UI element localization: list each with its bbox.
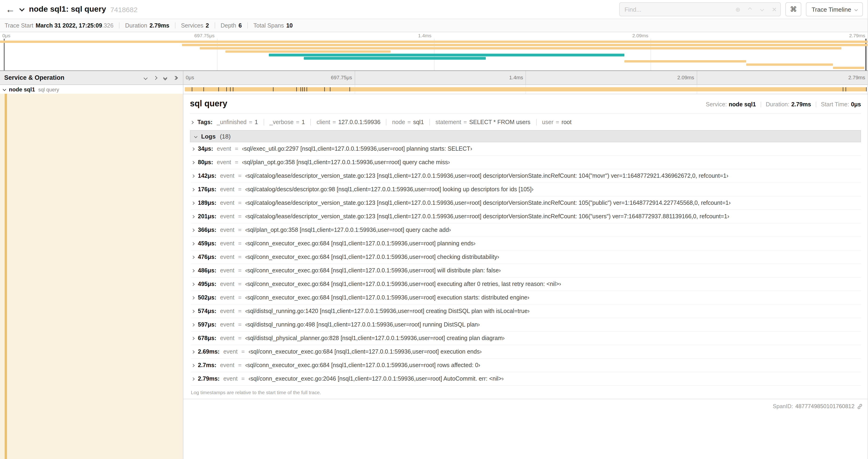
log-row[interactable]: 176μs:event=‹sql/catalog/descs/descripto…: [191, 183, 861, 196]
log-row[interactable]: 201μs:event=‹sql/catalog/lease/descripto…: [191, 210, 861, 223]
log-equals: =: [238, 281, 242, 287]
log-field-key: event: [217, 159, 231, 166]
summary-item: Duration2.79ms: [125, 22, 169, 29]
grid-line: [354, 71, 355, 85]
log-field-key: event: [220, 335, 234, 341]
trace-id: 7418682: [111, 5, 138, 13]
logs-title: Logs: [201, 133, 216, 140]
logs-header[interactable]: Logs (18): [190, 130, 861, 142]
log-row[interactable]: 678μs:event=‹sql/distsql_physical_planne…: [191, 332, 861, 345]
span-row[interactable]: node sql1 sql query: [0, 85, 868, 94]
find-group: ⊕ ✕: [619, 2, 781, 16]
log-timestamp: 2.69ms:: [198, 349, 220, 355]
log-row[interactable]: 502μs:event=‹sql/conn_executor_exec.go:6…: [191, 291, 861, 305]
log-timestamp: 502μs:: [198, 294, 216, 301]
tag-key: user: [542, 119, 554, 126]
summary-label: Total Spans: [253, 22, 284, 29]
collapse-all-icon[interactable]: [144, 76, 147, 79]
summary-item: Depth6: [220, 22, 242, 29]
prev-result-icon[interactable]: [744, 3, 756, 16]
log-timestamp: 574μs:: [198, 308, 216, 315]
span-row-timeline[interactable]: [183, 85, 868, 94]
log-row[interactable]: 495μs:event=‹sql/conn_executor_exec.go:6…: [191, 277, 861, 291]
tag-item[interactable]: statement=SELECT * FROM users: [430, 119, 531, 126]
overview-separator: [761, 102, 761, 107]
log-field-value: ‹sql/catalog/lease/descriptor_version_st…: [245, 213, 729, 220]
log-row[interactable]: 142μs:event=‹sql/catalog/lease/descripto…: [191, 169, 861, 183]
log-equals: =: [238, 362, 242, 368]
minimap-span-bar: [226, 51, 391, 53]
expand-all-icon[interactable]: [154, 76, 157, 79]
minimap-right-handle[interactable]: [865, 39, 867, 70]
tag-item[interactable]: user=root: [536, 119, 571, 126]
log-row[interactable]: 189μs:event=‹sql/catalog/lease/descripto…: [191, 196, 861, 210]
log-field-value: ‹sql/exec_util.go:2297 [nsql1,client=127…: [242, 145, 472, 152]
log-row[interactable]: 2.79ms:event=‹sql/conn_executor_exec.go:…: [191, 372, 861, 386]
log-row[interactable]: 34μs:event=‹sql/exec_util.go:2297 [nsql1…: [191, 142, 861, 156]
minimap-span-bar: [269, 54, 625, 57]
log-marker: [307, 87, 307, 91]
find-input[interactable]: [620, 6, 732, 13]
minimap-canvas[interactable]: [0, 39, 868, 70]
keyboard-shortcuts-button[interactable]: ⌘: [785, 2, 801, 16]
overview-label: Duration:: [766, 101, 789, 108]
tick-label: 1.4ms: [509, 75, 525, 80]
summary-value: 6: [239, 22, 242, 29]
log-row[interactable]: 574μs:event=‹sql/distsql_running.go:1420…: [191, 305, 861, 318]
log-field-value: ‹sql/catalog/lease/descriptor_version_st…: [245, 173, 728, 179]
log-row[interactable]: 2.7ms:event=‹sql/conn_executor_exec.go:6…: [191, 359, 861, 372]
log-row[interactable]: 459μs:event=‹sql/conn_executor_exec.go:6…: [191, 237, 861, 251]
back-button[interactable]: ←: [5, 4, 16, 15]
log-marker: [349, 87, 350, 91]
log-timestamp: 678μs:: [198, 335, 216, 341]
log-marker: [273, 87, 274, 91]
tag-item[interactable]: node=sql1: [386, 119, 424, 126]
collapse-children-icon[interactable]: [3, 88, 6, 91]
log-equals: =: [241, 375, 245, 382]
log-timestamp: 476μs:: [198, 254, 216, 260]
tags-row[interactable]: Tags: _unfinished=1_verbose=1client=127.…: [190, 118, 861, 130]
next-result-icon[interactable]: [756, 3, 768, 16]
log-equals: =: [235, 159, 239, 166]
summary-label: Services: [181, 22, 204, 29]
span-duration-bar[interactable]: [185, 87, 866, 91]
log-equals: =: [238, 294, 242, 301]
log-row[interactable]: 476μs:event=‹sql/conn_executor_exec.go:6…: [191, 251, 861, 264]
log-field-value: ‹sql/conn_executor_exec.go:684 [nsql1,cl…: [245, 362, 480, 368]
focus-icon[interactable]: ⊕: [732, 3, 744, 16]
link-icon[interactable]: [857, 403, 863, 409]
tag-item[interactable]: _verbose=1: [264, 119, 305, 126]
log-equals: =: [238, 200, 242, 206]
tick-label: 0μs: [0, 33, 10, 38]
log-row[interactable]: 486μs:event=‹sql/conn_executor_exec.go:6…: [191, 264, 861, 277]
log-timestamp: 486μs:: [198, 267, 216, 274]
tag-equals: =: [249, 119, 252, 126]
log-row[interactable]: 2.69ms:event=‹sql/conn_executor_exec.go:…: [191, 345, 861, 359]
tag-item[interactable]: _unfinished=1: [217, 119, 258, 126]
trace-view-selector[interactable]: Trace Timeline: [806, 2, 863, 16]
log-row[interactable]: 366μs:event=‹sql/plan_opt.go:358 [nsql1,…: [191, 223, 861, 237]
clear-search-icon[interactable]: ✕: [768, 3, 780, 16]
tags-label: Tags:: [197, 119, 213, 126]
minimap-left-handle[interactable]: [4, 39, 5, 70]
log-field-value: ‹sql/plan_opt.go:358 [nsql1,client=127.0…: [242, 159, 450, 166]
expand-deep-icon[interactable]: [174, 76, 177, 79]
log-row[interactable]: 597μs:event=‹sql/distsql_running.go:498 …: [191, 318, 861, 332]
trace-minimap[interactable]: 0μs697.75μs1.4ms2.09ms2.79ms: [0, 32, 868, 71]
grid-line: [651, 39, 651, 70]
logs-footnote: Log timestamps are relative to the start…: [190, 386, 861, 397]
collapse-trace-chevron-icon[interactable]: [19, 6, 25, 11]
trace-view-label: Trace Timeline: [811, 6, 851, 13]
tick-label: 2.09ms: [632, 33, 651, 38]
chevron-right-icon: [191, 377, 195, 381]
summary-separator: [119, 22, 120, 28]
collapse-deep-icon[interactable]: [164, 76, 166, 79]
log-row[interactable]: 80μs:event=‹sql/plan_opt.go:358 [nsql1,c…: [191, 156, 861, 169]
tick-label: 0μs: [183, 75, 194, 80]
minimap-span-bar: [304, 57, 486, 60]
overview-separator: [816, 102, 816, 107]
divider: [190, 113, 861, 114]
span-name-cell[interactable]: node sql1 sql query: [0, 85, 183, 94]
span-operation-title: sql query: [190, 99, 227, 109]
tag-item[interactable]: client=127.0.0.1:59936: [311, 119, 380, 126]
